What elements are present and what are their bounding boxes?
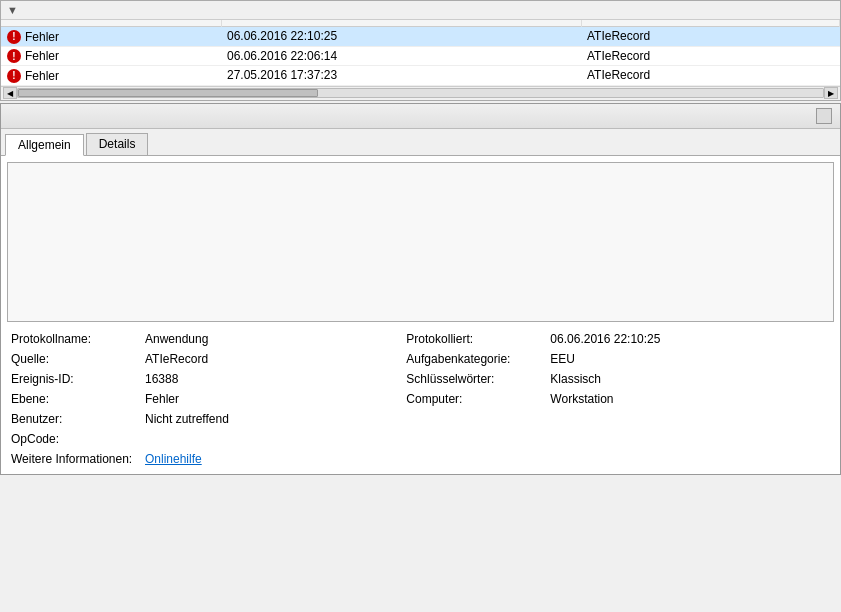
info-value-left: [137, 430, 402, 448]
info-value-left: 16388: [137, 370, 402, 388]
info-value-right: Workstation: [542, 390, 834, 408]
info-value-right: EEU: [542, 350, 834, 368]
event-description-box: [7, 162, 834, 322]
error-icon: !Fehler: [7, 30, 59, 44]
horizontal-scrollbar[interactable]: ◀ ▶: [1, 86, 840, 100]
info-label-right: [402, 450, 542, 468]
cell-source: ATIeRecord: [581, 46, 840, 66]
info-label-left: Ebene:: [7, 390, 137, 408]
info-value-right: [542, 450, 834, 468]
info-value-left: Nicht zutreffend: [137, 410, 402, 428]
info-value-right: [542, 410, 834, 428]
info-value-right: [542, 430, 834, 448]
info-label-right: Computer:: [402, 390, 542, 408]
level-text: Fehler: [25, 69, 59, 83]
info-value-left: Fehler: [137, 390, 402, 408]
table-row[interactable]: !Fehler06.06.2016 22:10:25ATIeRecord: [1, 27, 840, 47]
cell-level: !Fehler: [1, 66, 221, 86]
cell-date: 06.06.2016 22:10:25: [221, 27, 581, 47]
event-detail-dialog: Allgemein Details Protokollname:Anwendun…: [0, 103, 841, 475]
info-label-left: Protokollname:: [7, 330, 137, 348]
scrollbar-track[interactable]: [17, 88, 824, 98]
table-row[interactable]: !Fehler27.05.2016 17:37:23ATIeRecord: [1, 66, 840, 86]
error-circle-icon: !: [7, 30, 21, 44]
event-table: !Fehler06.06.2016 22:10:25ATIeRecord!Feh…: [1, 20, 840, 86]
cell-source: ATIeRecord: [581, 66, 840, 86]
cell-level: !Fehler: [1, 46, 221, 66]
level-text: Fehler: [25, 30, 59, 44]
error-icon: !Fehler: [7, 49, 59, 63]
dialog-titlebar: [1, 104, 840, 129]
cell-date: 27.05.2016 17:37:23: [221, 66, 581, 86]
info-label-left: Ereignis-ID:: [7, 370, 137, 388]
error-circle-icon: !: [7, 49, 21, 63]
info-label-left: Benutzer:: [7, 410, 137, 428]
error-circle-icon: !: [7, 69, 21, 83]
info-label-right: Protokolliert:: [402, 330, 542, 348]
scroll-right-button[interactable]: ▶: [824, 87, 838, 99]
info-fields-grid: Protokollname:AnwendungProtokolliert:06.…: [7, 330, 834, 468]
cell-source: ATIeRecord: [581, 27, 840, 47]
info-label-right: Aufgabenkategorie:: [402, 350, 542, 368]
info-value-right: 06.06.2016 22:10:25: [542, 330, 834, 348]
filter-bar: ▼: [1, 1, 840, 20]
info-label-right: [402, 410, 542, 428]
table-row[interactable]: !Fehler06.06.2016 22:06:14ATIeRecord: [1, 46, 840, 66]
tab-allgemein[interactable]: Allgemein: [5, 134, 84, 156]
info-label-right: [402, 430, 542, 448]
dialog-tab-content: Protokollname:AnwendungProtokolliert:06.…: [1, 156, 840, 474]
scrollbar-thumb[interactable]: [18, 89, 318, 97]
cell-level: !Fehler: [1, 27, 221, 47]
info-label-right: Schlüsselwörter:: [402, 370, 542, 388]
dialog-close-button[interactable]: [816, 108, 832, 124]
tab-details[interactable]: Details: [86, 133, 149, 155]
error-icon: !Fehler: [7, 69, 59, 83]
info-label-left: Weitere Informationen:: [7, 450, 137, 468]
info-value-left: Anwendung: [137, 330, 402, 348]
info-value-left: ATIeRecord: [137, 350, 402, 368]
info-label-left: Quelle:: [7, 350, 137, 368]
level-text: Fehler: [25, 49, 59, 63]
filter-icon: ▼: [7, 4, 18, 16]
event-list-panel: ▼ !Fehler06.06.2016 22:10:25ATIeRecord!F…: [0, 0, 841, 101]
info-value-right: Klassisch: [542, 370, 834, 388]
cell-date: 06.06.2016 22:06:14: [221, 46, 581, 66]
info-value-link[interactable]: Onlinehilfe: [137, 450, 402, 468]
dialog-tabs: Allgemein Details: [1, 129, 840, 156]
info-label-left: OpCode:: [7, 430, 137, 448]
scroll-left-button[interactable]: ◀: [3, 87, 17, 99]
